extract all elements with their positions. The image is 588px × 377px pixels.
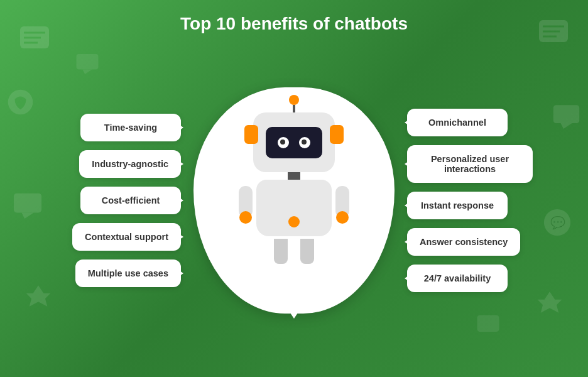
robot-ear-right bbox=[330, 125, 344, 144]
robot-arm-left bbox=[239, 186, 253, 217]
benefit-time-saving: Time-saving bbox=[80, 114, 181, 141]
robot-hand-right bbox=[336, 211, 349, 224]
benefit-cost-efficient: Cost-efficient bbox=[80, 187, 181, 214]
robot-belly bbox=[288, 216, 300, 227]
benefit-personalized-user-interactions: Personalized user interactions bbox=[407, 145, 533, 183]
right-benefits-column: Omnichannel Personalized user interactio… bbox=[407, 109, 552, 292]
robot-illustration bbox=[231, 112, 357, 288]
benefit-answer-consistency: Answer consistency bbox=[407, 228, 520, 256]
robot-legs bbox=[231, 239, 357, 264]
robot-leg-right bbox=[300, 239, 314, 264]
robot-hand-left bbox=[239, 211, 252, 224]
benefit-contextual-support: Contextual support bbox=[72, 223, 181, 251]
robot-speech-bubble bbox=[193, 87, 395, 314]
robot-arm-right bbox=[335, 186, 349, 217]
benefit-instant-response: Instant response bbox=[407, 192, 508, 219]
benefit-omnichannel: Omnichannel bbox=[407, 109, 508, 136]
robot-head bbox=[253, 112, 335, 172]
robot-eye-left bbox=[278, 137, 289, 148]
robot-leg-left bbox=[274, 239, 288, 264]
robot-face bbox=[266, 127, 322, 158]
antenna-ball bbox=[289, 95, 299, 105]
benefit-multiple-use-cases: Multiple use cases bbox=[75, 260, 181, 287]
left-benefits-column: Time-saving Industry-agnostic Cost-effic… bbox=[36, 114, 181, 287]
main-layout: Time-saving Industry-agnostic Cost-effic… bbox=[0, 40, 588, 361]
benefit-availability: 24/7 availability bbox=[407, 265, 508, 292]
robot-neck bbox=[288, 172, 300, 180]
benefit-industry-agnostic: Industry-agnostic bbox=[79, 150, 181, 178]
robot-ear-left bbox=[244, 125, 258, 144]
robot-eye-right bbox=[299, 137, 310, 148]
page-title: Top 10 benefits of chatbots bbox=[0, 0, 588, 40]
robot-body bbox=[256, 180, 332, 236]
